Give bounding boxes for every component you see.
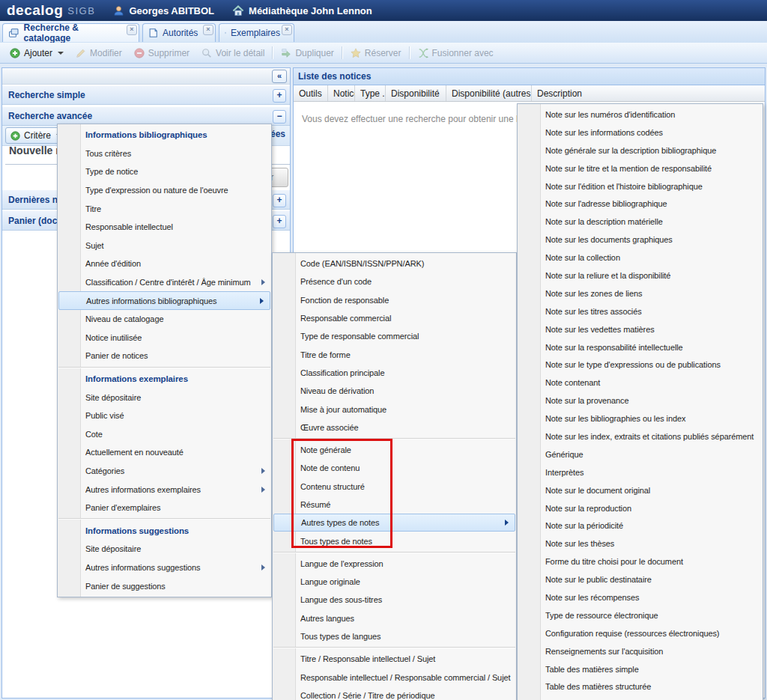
menu-item[interactable]: Note sur la provenance (518, 392, 763, 410)
menu-item[interactable]: Note sur le type d'expressions ou de pub… (518, 356, 763, 374)
menu-item[interactable]: Type de notice (58, 162, 271, 181)
menu-item[interactable]: Note sur la responsabilité intellectuell… (518, 338, 763, 356)
menu-item[interactable]: Langue des sous-titres (273, 591, 516, 609)
menu-item[interactable]: Cote (58, 425, 271, 444)
menu-item[interactable]: Classification / Centre d'intérêt / Âge … (58, 273, 271, 292)
menu-item[interactable]: Note sur le public destinataire (518, 570, 763, 588)
menu-item[interactable]: Générique (518, 445, 763, 463)
duplicate-button[interactable]: Dupliquer (275, 46, 339, 61)
view-detail-button[interactable]: Voir le détail (195, 46, 270, 61)
menu-item[interactable]: Niveau de dérivation (273, 382, 516, 400)
column-header[interactable]: Description (532, 85, 765, 101)
collapse-icon[interactable]: − (273, 110, 286, 124)
menu-item[interactable]: Note générale (273, 441, 516, 459)
menu-item[interactable]: Responsable intellectuel / Responsable c… (273, 669, 516, 687)
menu-item[interactable]: Collection / Série / Titre de périodique (273, 687, 516, 700)
menu-item[interactable]: Configuration requise (ressources électr… (518, 624, 763, 642)
menu-item[interactable]: Titre / Responsable intellectuel / Sujet (273, 650, 516, 668)
menu-item[interactable]: Actuellement en nouveauté (58, 443, 271, 462)
menu-item[interactable]: Autres informations suggestions (58, 559, 271, 577)
tab-exemplaires[interactable]: Exemplaires × (219, 23, 294, 42)
menu-item[interactable]: Note sur les récompenses (518, 588, 763, 606)
menu-item[interactable]: Œuvre associée (273, 419, 516, 436)
menu-item[interactable]: Autres langues (273, 609, 516, 627)
menu-item[interactable]: Note sur les informations codées (518, 124, 763, 141)
add-button[interactable]: Ajouter (4, 46, 70, 61)
menu-item[interactable]: Note sur la description matérielle (518, 213, 763, 231)
menu-item[interactable]: Site dépositaire (58, 540, 271, 559)
expand-icon[interactable]: + (273, 89, 286, 103)
menu-item[interactable]: Panier de suggestions (58, 576, 271, 595)
current-site[interactable]: Médiathèque John Lennon (232, 5, 372, 16)
menu-item[interactable]: Responsable commercial (273, 309, 516, 327)
menu-item[interactable]: Note sur les zones de liens (518, 284, 763, 302)
menu-item[interactable]: Contenu structuré (273, 478, 516, 496)
menu-item[interactable]: Titre (58, 199, 271, 218)
menu-item[interactable]: Autres informations bibliographiques (58, 291, 270, 310)
menu-item[interactable]: Code (EAN/ISBN/ISSN/PPN/ARK) (273, 255, 516, 273)
menu-item[interactable]: Langue de l'expression (273, 555, 516, 573)
tab-close-icon[interactable]: × (203, 25, 213, 35)
menu-item[interactable]: Année d'édition (58, 255, 271, 273)
menu-item[interactable]: Note sur la reproduction (518, 499, 763, 517)
current-user[interactable]: Georges ABITBOL (113, 5, 214, 16)
menu-item[interactable]: Table des matières structurée (518, 678, 763, 696)
menu-item[interactable]: Table des matières simple (518, 660, 763, 678)
menu-item[interactable]: Note sur les thèses (518, 535, 763, 553)
expand-icon[interactable]: + (273, 215, 286, 228)
menu-item[interactable]: Tous critères (58, 144, 271, 163)
menu-item[interactable]: Note sur la reliure et la disponibilité (518, 267, 763, 284)
tab-close-icon[interactable]: × (282, 25, 292, 35)
edit-button[interactable]: Modifier (70, 46, 128, 61)
column-header[interactable]: Disponibilité (386, 85, 446, 101)
menu-item[interactable]: Langue originale (273, 573, 516, 591)
menu-item[interactable]: Public visé (58, 407, 271, 425)
menu-item[interactable]: Interprètes (518, 463, 763, 481)
menu-item[interactable]: Note sur les numéros d'identification (518, 106, 763, 124)
menu-item[interactable]: Fonction de responsable (273, 291, 516, 309)
tab-recherche-catalogage[interactable]: Recherche & catalogage × (2, 23, 139, 42)
menu-item[interactable]: Présence d'un code (273, 273, 516, 290)
menu-item[interactable]: Forme du titre choisi pour le document (518, 553, 763, 570)
menu-item[interactable]: Autres informations exemplaires (58, 480, 271, 499)
menu-item[interactable]: Mise à jour automatique (273, 400, 516, 418)
menu-item[interactable]: Responsable intellectuel (58, 218, 271, 237)
menu-item[interactable]: Panier d'exemplaires (58, 499, 271, 517)
menu-item[interactable]: Note sur les vedettes matières (518, 320, 763, 338)
expand-icon[interactable]: + (273, 194, 286, 207)
tab-close-icon[interactable]: × (127, 25, 137, 35)
menu-item[interactable]: Note générale sur la description bibliog… (518, 141, 763, 159)
menu-item[interactable]: Note sur les bibliographies ou les index (518, 410, 763, 427)
column-header[interactable]: Notice (328, 85, 355, 101)
menu-item[interactable]: Type de responsable commercial (273, 327, 516, 345)
menu-item[interactable]: Type d'expression ou nature de l'oeuvre (58, 181, 271, 200)
menu-item[interactable]: Catégories (58, 462, 271, 481)
menu-item[interactable]: Classification principale (273, 364, 516, 382)
menu-item[interactable]: Note sur l'adresse bibliographique (518, 195, 763, 213)
menu-item[interactable]: Note sur le document original (518, 481, 763, 499)
menu-item[interactable]: Tous types de langues (273, 627, 516, 645)
tab-autorites[interactable]: Autorités × (142, 23, 216, 42)
menu-item[interactable]: Titre de forme (273, 345, 516, 363)
collapse-panel-button[interactable]: « (272, 70, 287, 83)
menu-item[interactable]: Note sur les documents graphiques (518, 231, 763, 249)
menu-item[interactable]: Note sur la collection (518, 249, 763, 267)
menu-item[interactable]: Type de ressource électronique (518, 606, 763, 624)
menu-item[interactable]: Niveau de catalogage (58, 310, 271, 329)
delete-button[interactable]: Supprimer (128, 46, 195, 61)
menu-item[interactable]: Renseignements sur l'acquisition (518, 642, 763, 660)
merge-button[interactable]: Fusionner avec (412, 46, 500, 61)
menu-item[interactable]: Panier de notices (58, 347, 271, 365)
reserve-button[interactable]: Réserver (345, 46, 407, 61)
menu-item[interactable]: Note sur les index, extraits et citation… (518, 427, 763, 445)
menu-item[interactable]: Note sur la périodicité (518, 517, 763, 535)
menu-item[interactable]: Site dépositaire (58, 388, 271, 407)
column-header[interactable]: Disponibilité (autres sites) (446, 85, 532, 101)
menu-item[interactable]: Sujet (58, 237, 271, 255)
menu-item[interactable]: Notice inutilisée (58, 329, 271, 347)
column-header[interactable]: Outils (294, 85, 328, 101)
menu-item[interactable]: Résumé (273, 496, 516, 514)
menu-item[interactable]: Note sur le titre et la mention de respo… (518, 159, 763, 177)
column-header[interactable]: Type ... (355, 85, 386, 101)
menu-item[interactable]: Note contenant (518, 374, 763, 392)
